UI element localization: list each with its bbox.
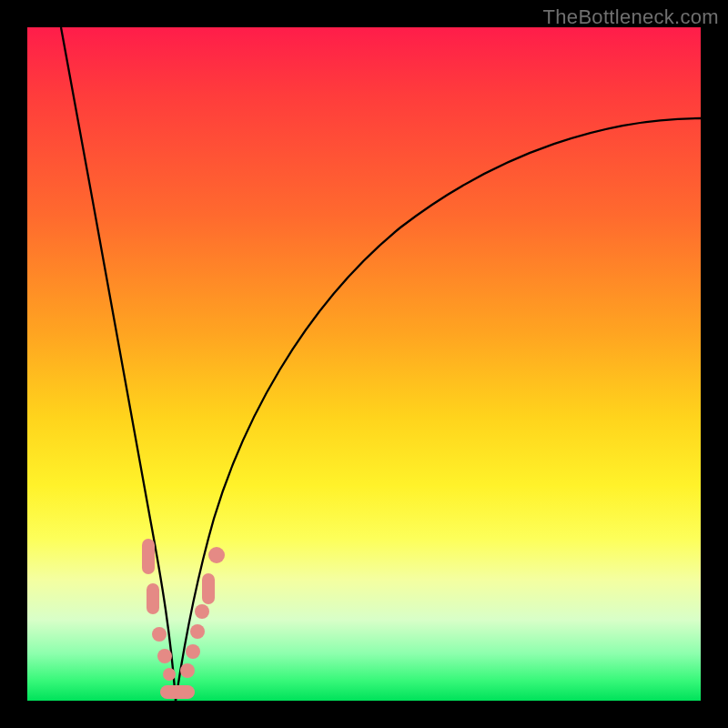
curve-right-branch [176, 118, 701, 701]
marker-dot [157, 649, 172, 663]
plot-area [27, 27, 701, 701]
marker-dot [163, 668, 176, 681]
marker-capsule [142, 539, 155, 574]
marker-dot [152, 627, 167, 642]
marker-dot [195, 604, 209, 619]
marker-capsule [160, 685, 195, 699]
marker-capsule [202, 573, 215, 604]
curves-layer [27, 27, 701, 701]
marker-dot [186, 644, 200, 659]
watermark-text: TheBottleneck.com [543, 5, 719, 29]
marker-dot [180, 663, 195, 678]
marker-capsule [147, 583, 159, 614]
chart-frame: TheBottleneck.com [0, 0, 728, 728]
marker-dot [208, 547, 225, 563]
marker-dot [190, 624, 205, 639]
